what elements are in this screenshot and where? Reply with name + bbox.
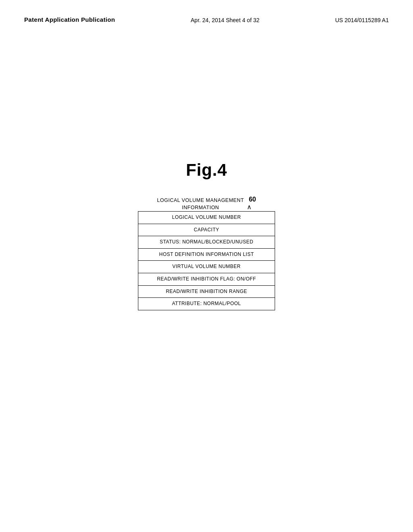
logical-volume-table: LOGICAL VOLUME NUMBERCAPACITYSTATUS: NOR… [138, 211, 275, 310]
publication-label: Patent Application Publication [24, 16, 115, 23]
header-line2: INFORMATION [182, 205, 219, 210]
table-row: READ/WRITE INHIBITION RANGE [138, 286, 275, 298]
diagram-header-row: LOGICAL VOLUME MANAGEMENT INFORMATION 60… [138, 196, 275, 211]
diagram-wrapper: LOGICAL VOLUME MANAGEMENT INFORMATION 60… [138, 196, 275, 310]
ref-number: 60 [249, 196, 256, 203]
table-row: HOST DEFINITION INFORMATION LIST [138, 249, 275, 261]
table-row: LOGICAL VOLUME NUMBER [138, 212, 275, 224]
diagram-container: LOGICAL VOLUME MANAGEMENT INFORMATION 60… [0, 196, 413, 310]
table-row: VIRTUAL VOLUME NUMBER [138, 261, 275, 273]
table-row: CAPACITY [138, 224, 275, 237]
patent-number: US 2014/0115289 A1 [335, 17, 389, 23]
header-line1: LOGICAL VOLUME MANAGEMENT [157, 197, 244, 203]
table-row: READ/WRITE INHIBITION FLAG: ON/OFF [138, 273, 275, 286]
figure-title: Fig.4 [0, 160, 413, 180]
sheet-info: Apr. 24, 2014 Sheet 4 of 32 [191, 17, 259, 23]
table-row: ATTRIBUTE: NORMAL/POOL [138, 298, 275, 310]
ref-symbol: ∧ [247, 204, 252, 210]
diagram-header-text: LOGICAL VOLUME MANAGEMENT INFORMATION [157, 197, 244, 211]
table-row: STATUS: NORMAL/BLOCKED/UNUSED [138, 236, 275, 249]
page-header: Patent Application Publication Apr. 24, … [0, 0, 413, 23]
